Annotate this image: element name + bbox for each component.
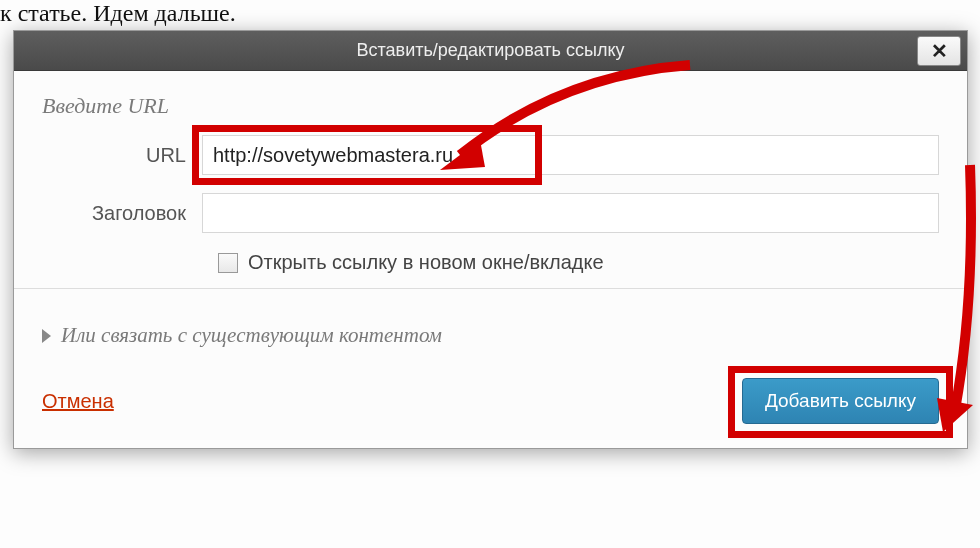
title-label: Заголовок (42, 202, 202, 225)
new-tab-checkbox-label: Открыть ссылку в новом окне/вкладке (248, 251, 604, 274)
link-existing-label: Или связать с существующим контентом (61, 323, 442, 348)
dialog-footer: Отмена Добавить ссылку (14, 358, 967, 448)
cancel-button[interactable]: Отмена (42, 390, 114, 413)
dialog-titlebar: Вставить/редактировать ссылку ✕ (14, 31, 967, 71)
add-link-button[interactable]: Добавить ссылку (742, 378, 939, 424)
link-existing-toggle[interactable]: Или связать с существующим контентом (42, 323, 939, 348)
enter-url-section-label: Введите URL (42, 93, 939, 119)
title-row: Заголовок (42, 193, 939, 233)
background-text-top: к статье. Идем дальше. (0, 0, 236, 27)
link-dialog: Вставить/редактировать ссылку ✕ Введите … (13, 30, 968, 449)
divider (14, 288, 967, 289)
dialog-title: Вставить/редактировать ссылку (357, 40, 625, 61)
dialog-body: Введите URL URL Заголовок Открыть ссылку… (14, 71, 967, 301)
close-icon: ✕ (931, 39, 948, 63)
url-label: URL (42, 144, 202, 167)
link-existing-section: Или связать с существующим контентом (14, 301, 967, 358)
url-input[interactable] (202, 135, 939, 175)
title-input[interactable] (202, 193, 939, 233)
chevron-right-icon (42, 329, 51, 343)
url-row: URL (42, 135, 939, 175)
close-button[interactable]: ✕ (917, 36, 961, 66)
new-tab-checkbox[interactable] (218, 253, 238, 273)
new-tab-checkbox-row: Открыть ссылку в новом окне/вкладке (218, 251, 939, 274)
